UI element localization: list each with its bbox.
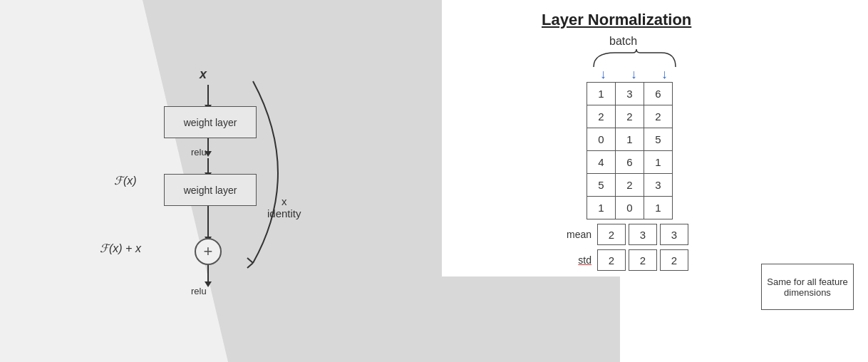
grid-cell-0-1: 3 — [616, 83, 644, 105]
weight-layer-box-1: weight layer — [164, 106, 257, 138]
grid-cell-4-1: 2 — [616, 174, 644, 197]
stats-container: mean 2 3 3 std 2 2 2 — [559, 224, 688, 271]
main-container: x weight layer relu weight layer + — [0, 0, 868, 362]
blue-arrow-2 — [619, 69, 649, 82]
arrow-plus-to-relu2 — [207, 265, 209, 283]
mean-label: mean — [559, 229, 591, 240]
blue-arrow-3 — [649, 69, 680, 82]
grid-cell-2-0: 0 — [587, 128, 616, 151]
grid-cell-0-0: 1 — [587, 83, 616, 105]
fx-label: ℱ(x) — [114, 174, 137, 187]
batch-label: batch — [609, 35, 637, 48]
relu-label-1: relu — [191, 147, 207, 157]
arrow-weightbox2-to-plus — [207, 206, 209, 238]
grid-cell-5-1: 0 — [616, 197, 644, 219]
std-row: std 2 2 2 — [559, 249, 688, 271]
grid-cell-1-1: 2 — [616, 105, 644, 128]
grid-cell-2-2: 5 — [644, 128, 673, 151]
grid-cell-3-0: 4 — [587, 151, 616, 174]
layer-norm-title: Layer Normalization — [542, 11, 691, 29]
grid-cell-1-0: 2 — [587, 105, 616, 128]
grid-cell-4-0: 5 — [587, 174, 616, 197]
mean-cell-1: 2 — [597, 224, 626, 245]
grid-cell-0-2: 6 — [644, 83, 673, 105]
arrow-x-to-weightbox1 — [207, 85, 209, 106]
grid-cell-5-0: 1 — [587, 197, 616, 219]
std-cell-2: 2 — [629, 249, 657, 271]
batch-brace — [587, 49, 683, 69]
grid-cell-5-2: 1 — [644, 197, 673, 219]
grid-cell-3-1: 6 — [616, 151, 644, 174]
x-input-label: x — [200, 67, 207, 82]
weight-layer-box-2: weight layer — [164, 174, 257, 206]
right-panel: Layer Normalization batch 13622201546152… — [442, 0, 868, 362]
blue-arrows-row — [588, 69, 680, 82]
std-label: std — [559, 254, 591, 266]
feature-dimensions-box: Same for all feature dimensions — [761, 264, 854, 310]
mean-cell-2: 3 — [629, 224, 657, 245]
grid-cell-3-2: 1 — [644, 151, 673, 174]
grid-cell-4-2: 3 — [644, 174, 673, 197]
grid-cell-2-1: 1 — [616, 128, 644, 151]
mean-row: mean 2 3 3 — [559, 224, 688, 245]
mean-cell-3: 3 — [660, 224, 688, 245]
arrow-relu1-to-weightbox2 — [207, 158, 209, 174]
fxplusx-label: ℱ(x) + x — [100, 242, 141, 255]
left-panel: x weight layer relu weight layer + — [0, 0, 442, 362]
plus-circle: + — [195, 238, 222, 265]
std-cell-1: 2 — [597, 249, 626, 271]
residual-diagram: x weight layer relu weight layer + — [86, 46, 356, 316]
grid-cell-1-2: 2 — [644, 105, 673, 128]
blue-arrow-1 — [588, 69, 619, 82]
std-cell-3: 2 — [660, 249, 688, 271]
grid-table: 136222015461523101 — [587, 82, 673, 219]
relu-label-2: relu — [191, 286, 207, 296]
identity-arc — [253, 81, 310, 270]
right-bg-shape — [442, 276, 620, 362]
arrow-weightbox1-to-relu1 — [207, 138, 209, 152]
